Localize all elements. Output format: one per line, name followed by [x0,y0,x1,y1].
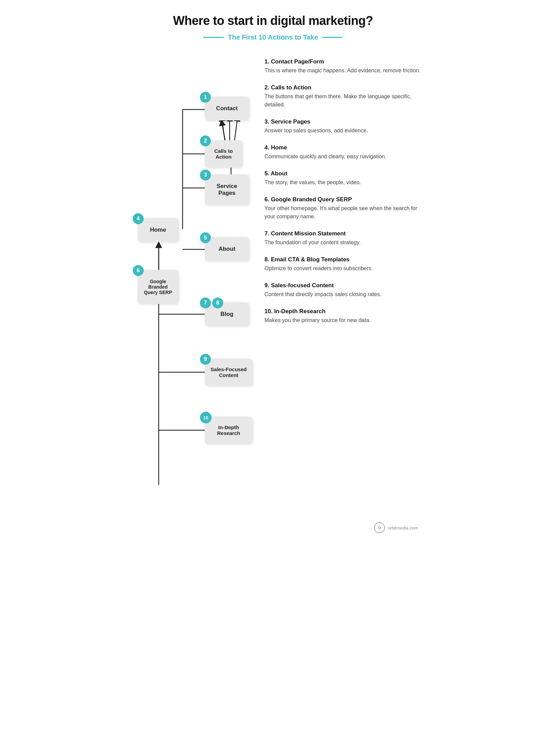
action-item-4: 4. Home Communicate quickly and clearly,… [264,144,425,161]
action-desc-1: This is where the magic happens. Add evi… [264,67,425,75]
subtitle-row: The First 10 Actions to Take [121,33,425,41]
action-desc-7: The foundation of your content strategy. [264,238,425,247]
badge-3: 3 [200,170,211,180]
action-title-6: 6. Google Branded Query SERP [264,196,425,203]
action-item-6: 6. Google Branded Query SERP Your other … [264,196,425,221]
node-sales: 9 Sales-Focused Content [205,359,253,386]
node-home-label: Home [150,227,166,233]
badge-10: 10 [200,412,212,423]
action-title-10: 10. In-Depth Research [264,308,425,315]
action-item-10: 10. In-Depth Research Makes you the prim… [264,308,425,324]
badge-5: 5 [200,232,211,243]
action-title-1: 1. Contact Page/Form [264,58,425,65]
action-desc-10: Makes you the primary source for new dat… [264,316,425,324]
action-title-9: 9. Sales-focused Content [264,282,425,289]
orbit-logo [374,522,385,533]
action-desc-9: Content that directly impacts sales clos… [264,290,425,299]
node-blog-label: Blog [220,311,233,318]
action-desc-8: Optimize to convert readers into subscri… [264,264,425,273]
action-title-4: 4. Home [264,144,425,151]
subtitle-text: The First 10 Actions to Take [228,33,318,41]
svg-line-12 [222,118,225,144]
diagram: 1 Contact 2 Calls to Action 3 Service Pa… [121,58,251,509]
node-cta-label: Calls to Action [214,148,233,160]
node-about: 5 About [205,237,249,261]
action-item-3: 3. Service Pages Answer top sales questi… [264,118,425,135]
action-item-9: 9. Sales-focused Content Content that di… [264,282,425,299]
node-google-label: Google Branded Query SERP [144,279,172,295]
node-service-label: Service Pages [217,183,238,197]
footer-url: orbitmedia.com [388,525,418,530]
node-contact: 1 Contact [205,97,249,120]
page-title: Where to start in digital marketing? [121,14,425,28]
svg-line-14 [234,118,238,144]
footer: orbitmedia.com [121,522,425,533]
action-title-5: 5. About [264,170,425,177]
node-google: 6 Google Branded Query SERP [138,270,178,304]
badge-1: 1 [200,92,211,103]
action-desc-4: Communicate quickly and clearly, easy na… [264,152,425,161]
subtitle-line-left [203,37,224,38]
node-about-label: About [218,246,235,252]
action-desc-5: The story, the values, the people, video… [264,178,425,187]
node-service: 3 Service Pages [205,174,249,205]
action-desc-2: The buttons that get them there. Make th… [264,92,425,109]
action-item-2: 2. Calls to Action The buttons that get … [264,84,425,109]
node-blog: 7 8 Blog [205,302,249,326]
action-item-8: 8. Email CTA & Blog Templates Optimize t… [264,256,425,273]
action-title-3: 3. Service Pages [264,118,425,125]
node-home: 4 Home [138,218,178,242]
main-content: 1 Contact 2 Calls to Action 3 Service Pa… [121,58,425,509]
node-research: 10 In-Depth Research [205,417,253,444]
badge-8: 8 [212,297,223,308]
action-title-8: 8. Email CTA & Blog Templates [264,256,425,263]
badge-2: 2 [200,135,211,146]
action-item-7: 7. Content Mission Statement The foundat… [264,230,425,247]
badge-6: 6 [133,265,144,276]
actions-list: 1. Contact Page/Form This is where the m… [264,58,425,334]
action-desc-6: Your other homepage. It's what people se… [264,204,425,221]
node-cta: 2 Calls to Action [205,140,242,168]
action-desc-3: Answer top sales questions, add evidence… [264,127,425,135]
badge-4: 4 [133,213,144,224]
node-research-label: In-Depth Research [217,424,240,436]
node-sales-label: Sales-Focused Content [211,366,247,378]
badge-7: 7 [200,297,211,308]
action-title-7: 7. Content Mission Statement [264,230,425,237]
orbit-inner [378,526,381,529]
action-title-2: 2. Calls to Action [264,84,425,91]
action-item-5: 5. About The story, the values, the peop… [264,170,425,187]
action-item-1: 1. Contact Page/Form This is where the m… [264,58,425,75]
node-contact-label: Contact [216,105,238,112]
subtitle-line-right [322,37,343,38]
badge-9: 9 [200,354,211,365]
